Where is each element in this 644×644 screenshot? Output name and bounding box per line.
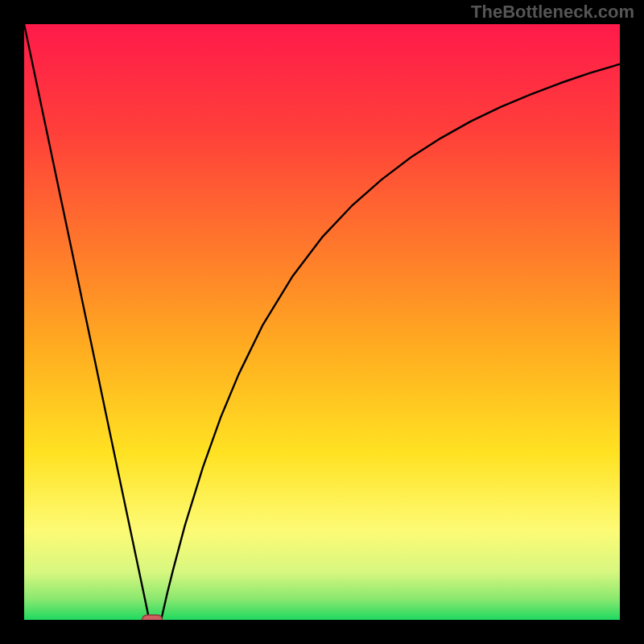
- gradient-background: [24, 24, 620, 620]
- plot-area: [24, 24, 620, 620]
- plot-svg: [24, 24, 620, 620]
- optimum-marker: [142, 615, 163, 620]
- chart-container: TheBottleneck.com: [0, 0, 644, 644]
- watermark-text: TheBottleneck.com: [471, 2, 634, 23]
